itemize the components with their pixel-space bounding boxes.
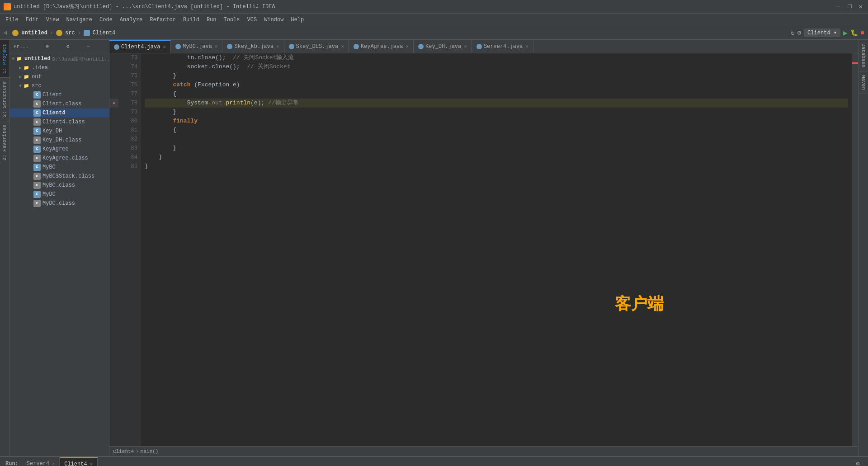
code-line-84: } bbox=[145, 153, 848, 162]
project-sync-icon[interactable]: ⊕ bbox=[46, 43, 49, 49]
tree-keydh[interactable]: C Key_DH bbox=[10, 127, 109, 136]
out-chevron[interactable]: ▶ bbox=[19, 74, 22, 80]
menu-item-edit[interactable]: Edit bbox=[22, 16, 42, 24]
close-button[interactable]: ✕ bbox=[857, 3, 864, 10]
tree-client4[interactable]: C Client4 bbox=[10, 108, 109, 118]
bottom-minimize-icon[interactable]: — bbox=[863, 460, 866, 466]
tree-mybc[interactable]: C MyBC bbox=[10, 163, 109, 172]
left-sidebar-tabs: 1: Project 2: Structure 2: Favorites bbox=[0, 40, 10, 456]
tab-mybc-close[interactable]: ✕ bbox=[215, 43, 218, 49]
keyagree-label: KeyAgree bbox=[42, 146, 69, 152]
tab-server4-close[interactable]: ✕ bbox=[525, 43, 528, 49]
sidebar-item-project[interactable]: 1: Project bbox=[0, 40, 9, 77]
nav-project-label[interactable]: untitled bbox=[21, 30, 47, 36]
tab-keydh-close[interactable]: ✕ bbox=[464, 43, 467, 49]
idea-chevron[interactable]: ▶ bbox=[19, 65, 22, 71]
tab-keyagree-icon bbox=[354, 44, 359, 49]
minimize-button[interactable]: ─ bbox=[835, 3, 842, 10]
tree-mydc-class[interactable]: c MyDC.class bbox=[10, 199, 109, 208]
menu-item-help[interactable]: Help bbox=[287, 16, 307, 24]
tree-keydh-class[interactable]: c Key_DH.class bbox=[10, 136, 109, 145]
tree-src[interactable]: ▼ 📁 src bbox=[10, 81, 109, 90]
code-line-75: } bbox=[145, 71, 848, 80]
tab-mybc-label: MyBC.java bbox=[183, 43, 212, 50]
src-chevron[interactable]: ▼ bbox=[19, 84, 22, 89]
bottom-gear-icon[interactable]: ⚙ bbox=[856, 460, 859, 466]
code-line-85: } bbox=[145, 162, 848, 171]
tree-client-class[interactable]: c Client.class bbox=[10, 99, 109, 108]
tab-skeydes[interactable]: Skey_DES.java ✕ bbox=[284, 40, 349, 53]
client4-class-icon: c bbox=[33, 118, 41, 126]
nav-build-icon[interactable]: ⚙ bbox=[797, 29, 801, 37]
root-chevron[interactable]: ▼ bbox=[12, 56, 14, 61]
tree-keyagree[interactable]: C KeyAgree bbox=[10, 145, 109, 154]
menu-item-file[interactable]: File bbox=[2, 16, 22, 24]
tree-mybcstack-class[interactable]: c MyBC$Stack.class bbox=[10, 172, 109, 181]
nav-file-label[interactable]: Client4 bbox=[93, 30, 115, 36]
tree-mydc[interactable]: C MyDC bbox=[10, 190, 109, 199]
tab-mybc[interactable]: MyBC.java ✕ bbox=[171, 40, 222, 53]
main-area: 1: Project 2: Structure 2: Favorites Pr.… bbox=[0, 40, 868, 456]
tab-skeykb-close[interactable]: ✕ bbox=[276, 43, 279, 49]
tab-keydh[interactable]: Key_DH.java ✕ bbox=[414, 40, 472, 53]
nav-run-icon[interactable]: ▶ bbox=[843, 28, 848, 38]
menu-item-view[interactable]: View bbox=[42, 16, 63, 24]
bottom-tab-client4[interactable]: Client4 ✕ bbox=[60, 457, 97, 466]
menu-item-navigate[interactable]: Navigate bbox=[62, 16, 96, 24]
tab-server4[interactable]: Server4.java ✕ bbox=[472, 40, 533, 53]
tab-server4-icon bbox=[476, 44, 482, 49]
menu-item-tools[interactable]: Tools bbox=[220, 16, 244, 24]
breadcrumb-file: Client4 bbox=[113, 449, 134, 454]
keydh-java-icon: C bbox=[33, 127, 41, 135]
tab-skeydes-label: Skey_DES.java bbox=[296, 43, 339, 50]
tree-client[interactable]: C Client bbox=[10, 90, 109, 99]
mydc-java-icon: C bbox=[33, 191, 41, 198]
root-path: D:\Java练习\untitl... bbox=[52, 56, 109, 62]
nav-stop-icon[interactable]: ■ bbox=[861, 29, 864, 37]
tree-mybc-class[interactable]: c MyBC.class bbox=[10, 181, 109, 190]
sidebar-item-structure[interactable]: 2: Structure bbox=[0, 77, 9, 121]
project-collapse-icon[interactable]: — bbox=[87, 44, 90, 49]
menu-item-run[interactable]: Run bbox=[203, 16, 220, 24]
code-editor[interactable]: ● 73 74 75 76 77 78 79 80 81 bbox=[109, 53, 858, 446]
sidebar-item-database[interactable]: Database bbox=[859, 40, 868, 71]
menu-item-refactor[interactable]: Refactor bbox=[146, 16, 179, 24]
tab-keyagree[interactable]: KeyAgree.java ✕ bbox=[349, 40, 414, 53]
nav-back-icon[interactable]: ◁ bbox=[4, 29, 7, 36]
menu-item-analyze[interactable]: Analyze bbox=[116, 16, 146, 24]
tab-skeykb[interactable]: Skey_kb.java ✕ bbox=[222, 40, 284, 53]
tab-keyagree-close[interactable]: ✕ bbox=[406, 43, 409, 49]
breakpoint-column: ● bbox=[109, 53, 118, 446]
code-line-74: socket.close(); // 关闭Socket bbox=[145, 62, 848, 71]
tab-skeydes-close[interactable]: ✕ bbox=[341, 43, 344, 49]
window-controls[interactable]: ─ □ ✕ bbox=[835, 3, 864, 10]
project-gear-icon[interactable]: ⚙ bbox=[66, 43, 70, 49]
bottom-tab-server4[interactable]: Server4 ✕ bbox=[22, 457, 60, 466]
menu-item-window[interactable]: Window bbox=[260, 16, 287, 24]
tree-out[interactable]: ▶ 📁 out bbox=[10, 72, 109, 81]
bottom-tab-client4-close[interactable]: ✕ bbox=[90, 461, 93, 466]
menu-item-code[interactable]: Code bbox=[96, 16, 116, 24]
tab-client4-close[interactable]: ✕ bbox=[163, 44, 166, 50]
nav-refresh-icon[interactable]: ↻ bbox=[791, 29, 794, 37]
nav-debug-icon[interactable]: 🐛 bbox=[850, 29, 858, 37]
nav-run-config[interactable]: Client4 ▾ bbox=[804, 28, 840, 37]
window-title: untitled [D:\Java练习\untitled] - ...\src\… bbox=[14, 3, 275, 10]
tree-root[interactable]: ▼ 📁 untitled D:\Java练习\untitl... bbox=[10, 54, 109, 63]
bottom-tab-server4-close[interactable]: ✕ bbox=[52, 461, 55, 466]
tab-client4[interactable]: Client4.java ✕ bbox=[109, 40, 171, 53]
nav-src-label[interactable]: src bbox=[65, 30, 75, 36]
code-line-77: { bbox=[145, 89, 848, 99]
idea-label: .idea bbox=[32, 65, 48, 71]
tree-client4-class[interactable]: c Client4.class bbox=[10, 118, 109, 127]
tree-idea[interactable]: ▶ 📁 .idea bbox=[10, 63, 109, 72]
maximize-button[interactable]: □ bbox=[846, 3, 853, 10]
sidebar-item-favorites[interactable]: 2: Favorites bbox=[0, 121, 9, 164]
mybc-class-label: MyBC.class bbox=[42, 182, 75, 188]
code-content[interactable]: in.close(); // 关闭Socket输入流 socket.close(… bbox=[141, 53, 852, 446]
code-line-79: } bbox=[145, 108, 848, 117]
menu-item-build[interactable]: Build bbox=[179, 16, 203, 24]
menu-item-vcs[interactable]: VCS bbox=[244, 16, 261, 24]
sidebar-item-maven[interactable]: Maven bbox=[859, 71, 868, 94]
tree-keyagree-class[interactable]: c KeyAgree.class bbox=[10, 154, 109, 163]
